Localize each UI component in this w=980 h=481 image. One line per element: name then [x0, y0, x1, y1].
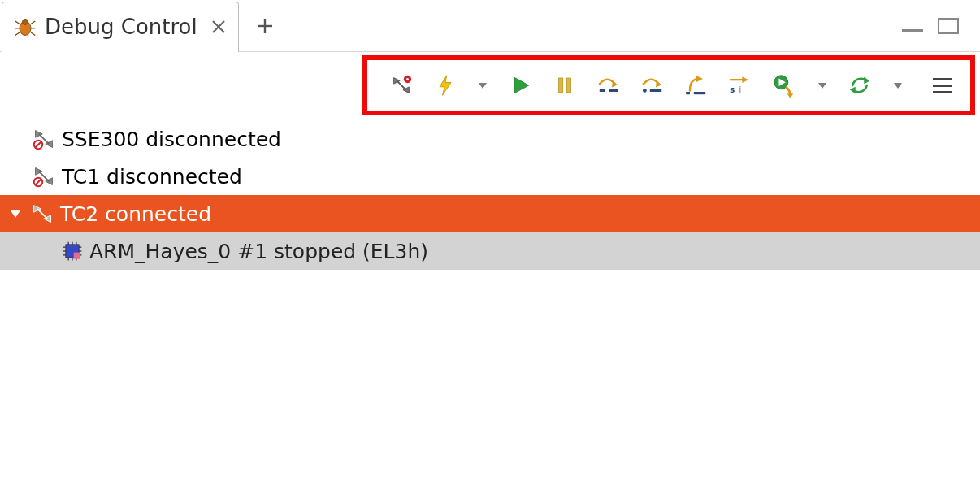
bug-icon [14, 15, 37, 38]
svg-line-7 [31, 32, 35, 36]
connect-target-icon[interactable] [388, 72, 414, 98]
core-row[interactable]: ARM_Hayes_0 #1 stopped (EL3h) [0, 232, 980, 270]
refresh-dropdown[interactable] [891, 78, 905, 93]
target-row-disconnected[interactable]: SSE300 disconnected [0, 120, 980, 158]
refresh-icon[interactable] [848, 72, 874, 98]
tab-debug-control[interactable]: Debug Control [2, 2, 239, 52]
core-label: ARM_Hayes_0 #1 stopped (EL3h) [89, 240, 428, 263]
svg-marker-40 [850, 87, 856, 94]
debug-toolbar: s i [362, 55, 975, 115]
svg-point-1 [23, 19, 28, 24]
minimize-button[interactable] [902, 29, 923, 32]
svg-point-16 [406, 78, 409, 80]
debug-lightning-dropdown[interactable] [476, 78, 491, 93]
svg-marker-39 [865, 77, 870, 84]
disconnected-icon [33, 165, 55, 188]
target-label: TC2 connected [60, 202, 211, 226]
svg-rect-20 [559, 78, 563, 93]
svg-rect-72 [74, 253, 80, 259]
svg-marker-37 [787, 93, 794, 98]
svg-marker-17 [440, 76, 451, 96]
connections-tree: SSE300 disconnected TC1 disconnected [0, 120, 980, 481]
svg-rect-27 [650, 89, 661, 92]
step-out-icon[interactable] [683, 72, 709, 98]
maximize-button[interactable] [938, 18, 959, 34]
disconnected-icon [33, 128, 55, 150]
debug-lightning-icon[interactable] [432, 72, 458, 98]
view-menu-button[interactable] [930, 72, 956, 98]
svg-marker-28 [696, 76, 703, 82]
svg-rect-23 [600, 89, 605, 92]
target-row-disconnected[interactable]: TC1 disconnected [0, 158, 980, 195]
svg-rect-42 [933, 78, 952, 80]
svg-rect-43 [933, 84, 952, 87]
chip-icon [62, 240, 83, 262]
svg-rect-21 [566, 78, 570, 93]
run-to-icon[interactable] [771, 72, 797, 98]
svg-rect-24 [609, 89, 618, 92]
step-into-instruction-icon[interactable]: s i [727, 72, 753, 98]
svg-marker-32 [742, 76, 748, 83]
connected-icon [31, 202, 54, 225]
run-to-dropdown[interactable] [815, 78, 830, 93]
svg-marker-55 [11, 210, 20, 218]
expand-toggle-icon[interactable] [7, 205, 24, 223]
svg-line-2 [15, 21, 20, 24]
svg-line-54 [36, 180, 41, 185]
resume-button[interactable] [508, 72, 534, 98]
svg-rect-30 [694, 92, 705, 94]
target-label: SSE300 disconnected [62, 128, 281, 151]
tab-label: Debug Control [45, 15, 197, 39]
step-over-source-icon[interactable] [596, 72, 622, 98]
svg-text:i: i [739, 84, 742, 95]
target-label: TC1 disconnected [62, 165, 242, 188]
svg-line-4 [15, 32, 20, 36]
svg-rect-29 [686, 92, 690, 94]
svg-line-49 [36, 142, 41, 148]
svg-rect-44 [933, 91, 952, 93]
step-over-instruction-icon[interactable] [640, 72, 666, 98]
svg-point-26 [643, 89, 647, 93]
tab-bar: Debug Control [0, 0, 980, 52]
svg-marker-19 [514, 77, 529, 93]
svg-line-14 [397, 80, 405, 89]
target-row-connected[interactable]: TC2 connected [0, 195, 980, 232]
svg-marker-38 [818, 83, 826, 89]
close-tab-icon[interactable] [210, 19, 227, 35]
new-tab-button[interactable] [245, 6, 284, 46]
svg-line-58 [37, 209, 47, 219]
svg-marker-18 [479, 83, 487, 89]
pause-button[interactable] [552, 72, 578, 98]
svg-marker-41 [894, 83, 902, 89]
svg-text:s: s [730, 84, 735, 95]
svg-line-5 [31, 21, 35, 24]
